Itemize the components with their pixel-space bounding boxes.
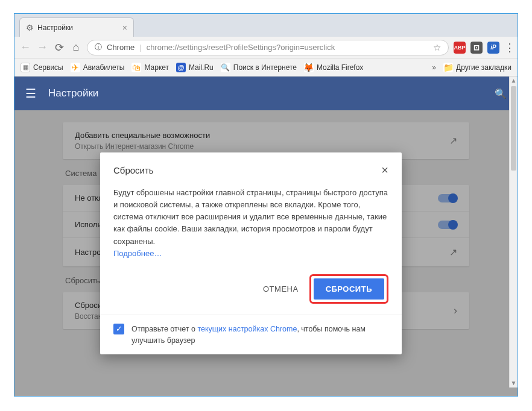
bag-icon: 🛍 — [131, 63, 141, 72]
bookmark-search[interactable]: 🔍Поиск в Интернете — [221, 63, 297, 72]
home-button[interactable]: ⌂ — [70, 41, 82, 54]
page-title: Настройки — [48, 87, 98, 99]
bookmark-avia[interactable]: ✈Авиабилеты — [71, 63, 125, 72]
bookmark-other-folder[interactable]: 📁Другие закладки — [443, 63, 511, 72]
dialog-title: Сбросить — [113, 165, 154, 175]
reload-button[interactable]: ⟳ — [53, 41, 65, 54]
back-button[interactable]: ← — [19, 41, 31, 54]
learn-more-link[interactable]: Подробнее… — [113, 249, 162, 258]
reset-button[interactable]: СБРОСИТЬ — [314, 278, 384, 300]
bookmark-firefox[interactable]: 🦊Mozilla Firefox — [304, 63, 363, 72]
dialog-footer: ✓ Отправьте отчет о текущих настройках C… — [100, 315, 402, 355]
scroll-up-icon[interactable]: ▲ — [510, 77, 518, 85]
bookmarks-bar: ▦Сервисы ✈Авиабилеты 🛍Маркет @Mail.Ru 🔍П… — [14, 58, 518, 77]
content-area: ☰ Настройки 🔍 Добавить специальные возмо… — [14, 77, 518, 396]
address-url: chrome://settings/resetProfileSettings?o… — [147, 43, 428, 52]
settings-body: Добавить специальные возможности Открыть… — [14, 110, 518, 396]
firefox-icon: 🦊 — [304, 63, 314, 72]
vertical-scrollbar[interactable]: ▲ ▼ — [509, 77, 518, 387]
address-bar[interactable]: ⓘ Chrome | chrome://settings/resetProfil… — [87, 40, 449, 55]
extension-icon[interactable]: ⊡ — [470, 42, 483, 54]
bookmark-market[interactable]: 🛍Маркет — [131, 63, 169, 72]
security-icon: ⓘ — [95, 42, 102, 52]
extension-ip-icon[interactable]: iP — [487, 42, 499, 54]
gear-icon: ⚙ — [26, 23, 34, 33]
forward-button[interactable]: → — [36, 41, 48, 54]
tab-close-icon[interactable]: × — [122, 23, 127, 33]
bookmarks-overflow[interactable]: » — [432, 63, 436, 72]
bookmark-apps[interactable]: ▦Сервисы — [21, 63, 63, 72]
bookmark-mailru[interactable]: @Mail.Ru — [176, 63, 214, 72]
mail-icon: @ — [176, 63, 186, 72]
folder-icon: 📁 — [443, 63, 453, 72]
search-globe-icon: 🔍 — [221, 63, 230, 72]
dialog-body: Будут сброшены настройки главной страниц… — [100, 183, 402, 269]
bookmark-star-icon[interactable]: ☆ — [433, 42, 441, 53]
toolbar: ← → ⟳ ⌂ ⓘ Chrome | chrome://settings/res… — [14, 37, 518, 58]
scroll-thumb[interactable] — [511, 86, 516, 171]
menu-icon[interactable]: ☰ — [25, 86, 36, 101]
browser-window: ⚙ Настройки × ← → ⟳ ⌂ ⓘ Chrome | chrome:… — [14, 13, 518, 397]
report-settings-link[interactable]: текущих настройках Chrome — [197, 325, 297, 333]
chrome-menu-button[interactable]: ⋮ — [504, 41, 513, 54]
tab-title: Настройки — [37, 24, 73, 32]
highlight-annotation: СБРОСИТЬ — [309, 274, 388, 304]
reset-dialog: Сбросить × Будут сброшены настройки глав… — [100, 152, 402, 354]
search-icon[interactable]: 🔍 — [495, 88, 507, 99]
tab-strip: ⚙ Настройки × — [14, 14, 518, 37]
tab-settings[interactable]: ⚙ Настройки × — [19, 17, 134, 37]
apps-icon: ▦ — [21, 63, 30, 72]
scroll-down-icon[interactable]: ▼ — [510, 379, 518, 387]
extension-abp-icon[interactable]: ABP — [454, 42, 466, 54]
plane-icon: ✈ — [71, 63, 80, 72]
address-label: Chrome — [107, 43, 135, 52]
settings-header: ☰ Настройки 🔍 — [14, 77, 518, 110]
close-icon[interactable]: × — [381, 163, 388, 177]
cancel-button[interactable]: ОТМЕНА — [263, 284, 299, 293]
report-checkbox[interactable]: ✓ — [113, 324, 124, 334]
